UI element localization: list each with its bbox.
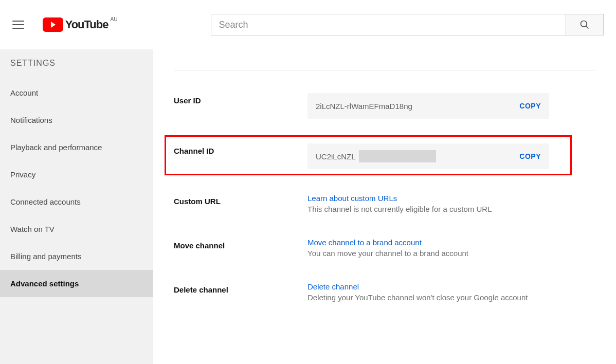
custom-url-desc: This channel is not currently eligible f… (307, 205, 492, 213)
user-id-box: 2iLcNZL-rlWamEFmaD18ng COPY (307, 93, 549, 119)
row-move-channel: Move channel Move channel to a brand acc… (174, 226, 616, 270)
channel-id-text: UC2iLcNZL (316, 152, 356, 161)
svg-point-0 (581, 21, 587, 27)
move-channel-desc: You can move your channel to a brand acc… (307, 249, 468, 258)
logo-text: YouTube (65, 18, 108, 31)
row-custom-url: Custom URL Learn about custom URLs This … (174, 181, 616, 226)
sidebar-item-advanced-settings[interactable]: Advanced settings (0, 270, 153, 297)
menu-icon[interactable] (12, 19, 24, 31)
custom-url-link[interactable]: Learn about custom URLs (307, 194, 397, 203)
channel-id-box: UC2iLcNZL COPY (307, 143, 549, 169)
sidebar-item-privacy[interactable]: Privacy (0, 161, 153, 188)
sidebar-item-watch-on-tv[interactable]: Watch on TV (0, 215, 153, 243)
logo-region: AU (111, 16, 118, 22)
redacted-block (359, 150, 436, 162)
move-channel-label: Move channel (174, 238, 307, 250)
copy-channel-id-button[interactable]: COPY (519, 152, 541, 160)
sidebar-item-playback[interactable]: Playback and performance (0, 134, 153, 161)
row-channel-id: Channel ID UC2iLcNZL COPY (174, 131, 616, 181)
custom-url-label: Custom URL (174, 194, 307, 206)
sidebar-item-connected-accounts[interactable]: Connected accounts (0, 188, 153, 215)
user-id-value: 2iLcNZL-rlWamEFmaD18ng (316, 102, 412, 111)
delete-channel-desc: Deleting your YouTube channel won't clos… (307, 293, 528, 302)
channel-id-label: Channel ID (174, 143, 307, 155)
user-id-label: User ID (174, 93, 307, 105)
youtube-logo[interactable]: YouTube AU (43, 17, 108, 32)
search-button[interactable] (566, 14, 604, 35)
sidebar-item-account[interactable]: Account (0, 79, 153, 106)
row-user-id: User ID 2iLcNZL-rlWamEFmaD18ng COPY (174, 81, 616, 131)
divider (174, 70, 595, 70)
search-icon (579, 20, 590, 30)
sidebar-item-billing[interactable]: Billing and payments (0, 243, 153, 270)
svg-line-1 (586, 26, 589, 29)
main-content: User ID 2iLcNZL-rlWamEFmaD18ng COPY Chan… (153, 49, 616, 364)
search-input[interactable] (211, 14, 566, 35)
delete-channel-link[interactable]: Delete channel (307, 282, 359, 291)
play-icon (43, 17, 63, 32)
row-delete-channel: Delete channel Delete channel Deleting y… (174, 270, 616, 314)
move-channel-link[interactable]: Move channel to a brand account (307, 238, 422, 247)
search-bar (211, 14, 604, 35)
copy-user-id-button[interactable]: COPY (519, 102, 541, 110)
header: YouTube AU (0, 0, 616, 49)
sidebar: SETTINGS Account Notifications Playback … (0, 49, 153, 364)
sidebar-title: SETTINGS (0, 59, 153, 79)
delete-channel-label: Delete channel (174, 282, 307, 294)
channel-id-value: UC2iLcNZL (316, 150, 436, 162)
sidebar-item-notifications[interactable]: Notifications (0, 106, 153, 134)
